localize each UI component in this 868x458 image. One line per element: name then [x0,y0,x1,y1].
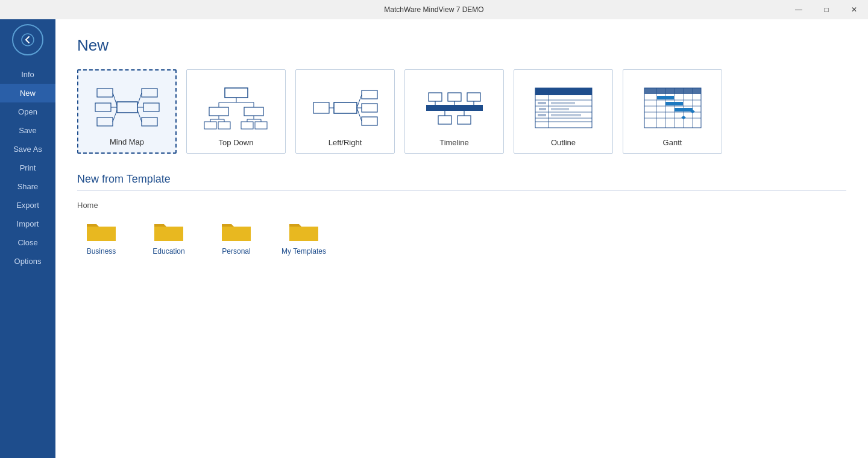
timeline-card[interactable]: Timeline [404,69,504,154]
sidebar-item-open[interactable]: Open [0,102,55,121]
my-templates-label: My Templates [281,247,326,256]
business-label: Business [87,247,116,256]
svg-rect-21 [204,122,216,129]
timeline-icon [418,82,491,133]
svg-line-39 [357,108,362,121]
folder-my-templates[interactable]: My Templates [280,217,328,256]
timeline-label: Timeline [439,138,469,147]
svg-rect-6 [95,103,111,111]
maximize-button[interactable]: □ [813,0,840,19]
sidebar-item-share[interactable]: Share [0,177,55,196]
svg-rect-50 [458,116,471,124]
svg-marker-81 [681,116,686,119]
view-type-cards: Mind Map [77,69,846,154]
sidebar-item-options[interactable]: Options [0,252,55,271]
education-label: Education [153,247,184,256]
content-area: New [55,19,868,458]
svg-rect-23 [241,122,253,129]
svg-rect-62 [551,102,575,104]
svg-rect-78 [657,96,674,99]
mind-map-card[interactable]: Mind Map [77,69,177,154]
svg-rect-34 [362,90,377,99]
app-body: Info New Open Save Save As Print Share E… [0,19,868,458]
svg-rect-16 [244,107,263,116]
svg-rect-33 [334,102,357,113]
section-divider [77,190,846,191]
svg-rect-54 [535,88,592,95]
page-title: New [77,36,846,55]
svg-line-3 [113,93,117,105]
mind-map-icon [91,81,163,133]
svg-rect-44 [448,93,461,101]
svg-rect-45 [467,93,480,101]
template-section-title: New from Template [77,173,846,186]
folders-row: Business Education [77,217,846,256]
svg-rect-80 [675,108,693,111]
sidebar-item-print[interactable]: Print [0,158,55,177]
close-button[interactable]: ✕ [840,0,868,19]
top-down-label: Top Down [219,138,254,147]
sidebar-item-import[interactable]: Import [0,215,55,233]
svg-rect-42 [426,105,483,111]
svg-rect-12 [142,118,157,126]
folder-education[interactable]: Education [145,217,193,256]
left-right-icon [309,82,382,133]
svg-rect-63 [539,108,546,110]
left-right-label: Left/Right [329,138,362,147]
education-folder-icon [153,217,184,243]
outline-card[interactable]: Outline [514,69,613,154]
home-label: Home [77,201,846,210]
svg-rect-14 [225,88,248,98]
svg-rect-10 [143,103,159,111]
sidebar-item-save[interactable]: Save [0,121,55,140]
window-title: MatchWare MindView 7 DEMO [384,5,483,14]
svg-rect-4 [142,89,157,97]
outline-icon [527,82,600,133]
svg-rect-24 [255,122,267,129]
svg-rect-66 [551,114,581,116]
window-controls: — □ ✕ [785,0,868,19]
svg-rect-15 [209,107,228,116]
svg-line-37 [357,95,362,108]
svg-rect-61 [538,102,546,104]
svg-line-13 [137,110,142,122]
svg-rect-8 [97,118,113,126]
personal-folder-icon [221,217,252,243]
my-templates-folder-icon [288,217,319,243]
svg-rect-65 [538,114,546,116]
svg-line-9 [113,110,117,122]
svg-rect-2 [97,89,113,97]
svg-point-0 [22,34,34,46]
sidebar: Info New Open Save Save As Print Share E… [0,19,55,458]
sidebar-item-close[interactable]: Close [0,233,55,252]
sidebar-item-info[interactable]: Info [0,65,55,84]
svg-rect-35 [362,104,377,112]
svg-rect-36 [362,117,377,125]
gantt-card[interactable]: Gantt [623,69,722,154]
back-button[interactable] [12,24,43,55]
minimize-button[interactable]: — [785,0,813,19]
svg-rect-1 [117,102,137,113]
folder-personal[interactable]: Personal [212,217,260,256]
svg-rect-22 [218,122,230,129]
svg-rect-40 [313,102,329,113]
mind-map-label: Mind Map [110,137,144,146]
sidebar-item-save-as[interactable]: Save As [0,140,55,158]
left-right-card[interactable]: Left/Right [295,69,395,154]
top-down-icon [200,82,272,133]
top-down-card[interactable]: Top Down [186,69,286,154]
folder-business[interactable]: Business [77,217,125,256]
personal-label: Personal [222,247,250,256]
sidebar-item-export[interactable]: Export [0,196,55,215]
svg-rect-43 [429,93,442,101]
sidebar-item-new[interactable]: New [0,84,55,102]
svg-line-5 [137,93,142,105]
svg-rect-49 [438,116,451,124]
svg-rect-79 [665,102,683,105]
gantt-icon [637,82,709,133]
svg-rect-64 [551,108,569,110]
title-bar: MatchWare MindView 7 DEMO — □ ✕ [0,0,868,19]
gantt-label: Gantt [663,138,682,147]
outline-label: Outline [551,138,576,147]
business-folder-icon [86,217,117,243]
